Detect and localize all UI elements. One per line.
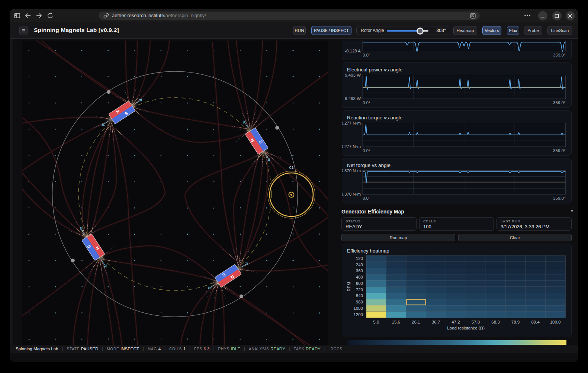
svg-text:36.7: 36.7 (432, 320, 440, 324)
svg-text:120: 120 (356, 256, 363, 261)
svg-text:0.0°: 0.0° (363, 100, 370, 105)
svg-text:960: 960 (356, 300, 363, 304)
svg-text:9.493 W: 9.493 W (345, 73, 361, 77)
svg-text:240: 240 (356, 263, 363, 267)
svg-text:359.0°: 359.0° (553, 100, 565, 105)
svg-text:-0.277 N·m: -0.277 N·m (342, 144, 361, 149)
svg-text:68.3: 68.3 (491, 320, 499, 324)
svg-text:359.0°: 359.0° (553, 148, 565, 153)
svg-text:0.0°: 0.0° (363, 148, 370, 153)
svg-text:600: 600 (356, 281, 363, 286)
svg-text:57.8: 57.8 (472, 320, 480, 324)
svg-text:0.370 N·m: 0.370 N·m (342, 168, 361, 173)
svg-text:1080: 1080 (353, 306, 363, 311)
svg-text:1200: 1200 (353, 312, 363, 317)
svg-text:720: 720 (356, 287, 363, 292)
svg-text:RPM: RPM (347, 282, 351, 292)
svg-text:359.0°: 359.0° (553, 196, 565, 200)
svg-text:-0.370 N·m: -0.370 N·m (342, 192, 361, 196)
svg-text:480: 480 (356, 275, 363, 279)
svg-text:0.0°: 0.0° (363, 53, 370, 57)
svg-text:26.1: 26.1 (412, 320, 420, 324)
svg-text:-9.493 W: -9.493 W (343, 96, 361, 101)
svg-text:15.6: 15.6 (392, 320, 400, 324)
svg-text:359.0°: 359.0° (553, 53, 565, 57)
svg-text:100.0: 100.0 (550, 320, 561, 324)
svg-text:5.0: 5.0 (373, 320, 379, 324)
svg-text:360: 360 (356, 269, 363, 273)
svg-text:840: 840 (356, 293, 363, 298)
svg-text:-0.128 A: -0.128 A (345, 49, 361, 53)
svg-text:78.9: 78.9 (511, 320, 520, 324)
svg-text:47.2: 47.2 (452, 320, 460, 324)
svg-text:89.4: 89.4 (531, 320, 540, 324)
svg-text:Load resistance (Ω): Load resistance (Ω) (447, 326, 485, 330)
svg-text:0.0°: 0.0° (363, 196, 370, 200)
svg-text:C1: C1 (289, 166, 293, 170)
svg-text:0.277 N·m: 0.277 N·m (342, 121, 361, 125)
